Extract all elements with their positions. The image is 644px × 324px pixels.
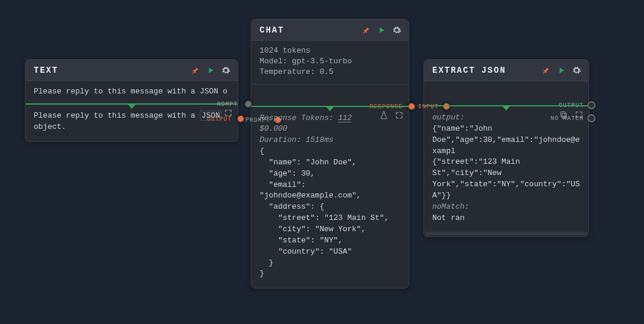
- extract-output-body: {"name":"John Doe","age":30,"email":"joh…: [432, 124, 580, 202]
- svg-rect-0: [562, 113, 566, 118]
- node-text-title: TEXT: [34, 66, 190, 75]
- text-output-suffix: object.: [34, 122, 66, 131]
- beaker-icon[interactable]: [379, 111, 389, 120]
- scrollbar[interactable]: [425, 232, 587, 235]
- extract-output-label: output:: [432, 112, 580, 124]
- pin-icon[interactable]: [361, 25, 371, 35]
- gear-icon[interactable]: [392, 25, 402, 35]
- node-extract[interactable]: EXTRACT JSON INPUT OUTPUT NO MATCH: [423, 59, 589, 237]
- port-dot[interactable]: [407, 102, 416, 111]
- node-text-input-preview[interactable]: Please reply to this message with a JSON…: [25, 81, 238, 103]
- node-extract-title: EXTRACT JSON: [432, 66, 541, 75]
- extract-nomatch-label: noMatch:: [432, 202, 580, 213]
- node-text-header[interactable]: TEXT: [25, 60, 238, 81]
- expand-icon[interactable]: [574, 110, 584, 119]
- node-extract-header[interactable]: EXTRACT JSON: [424, 60, 588, 81]
- node-canvas[interactable]: TEXT Please reply to this message with a…: [0, 0, 644, 324]
- pin-icon[interactable]: [190, 66, 200, 75]
- extract-nomatch-body: Not ran: [432, 213, 580, 224]
- run-icon[interactable]: [206, 66, 215, 75]
- gear-icon[interactable]: [221, 66, 231, 75]
- chat-duration: Duration: 1518ms: [260, 135, 400, 146]
- text-output-boxed: JSON: [200, 111, 222, 121]
- run-icon[interactable]: [556, 66, 566, 75]
- node-chat-title: CHAT: [260, 25, 361, 35]
- gear-icon[interactable]: [572, 66, 581, 75]
- node-extract-output: output: {"name":"John Doe","age":30,"ema…: [424, 106, 588, 232]
- chat-resp-tokens-label: Response Tokens:: [260, 114, 338, 122]
- text-output-prefix: Please reply to this message with a: [34, 111, 200, 120]
- port-label-prompt-top: ROMPT: [217, 101, 238, 108]
- node-chat[interactable]: CHAT 1024 tokens Model: gpt-3.5-turbo Te…: [251, 19, 409, 289]
- chat-tokens: 1024 tokens: [260, 46, 400, 56]
- node-chat-subheader: 1024 tokens Model: gpt-3.5-turbo Tempera…: [251, 41, 409, 84]
- node-text-output: Please reply to this message with a JSON…: [25, 105, 238, 141]
- chat-model: Model: gpt-3.5-turbo: [260, 56, 400, 67]
- expand-icon[interactable]: [224, 108, 233, 118]
- chat-resp-tokens-value: 112: [338, 114, 352, 122]
- port-dot[interactable]: [587, 114, 596, 122]
- pin-icon[interactable]: [541, 66, 551, 75]
- port-dot[interactable]: [237, 115, 245, 123]
- copy-icon[interactable]: [559, 110, 568, 119]
- port-dot[interactable]: [587, 101, 596, 109]
- svg-rect-1: [561, 112, 565, 117]
- node-chat-header[interactable]: CHAT: [251, 20, 409, 41]
- expand-icon[interactable]: [394, 111, 404, 120]
- run-icon[interactable]: [377, 25, 386, 35]
- chat-temperature: Temperature: 0.5: [260, 67, 400, 77]
- chat-cost: $0.000: [260, 124, 400, 135]
- chat-body: { "name": "John Doe", "age": 30, "email"…: [260, 146, 400, 280]
- node-text[interactable]: TEXT Please reply to this message with a…: [25, 59, 238, 142]
- node-chat-output: Response Tokens: 112 $0.000 Duration: 15…: [251, 107, 409, 289]
